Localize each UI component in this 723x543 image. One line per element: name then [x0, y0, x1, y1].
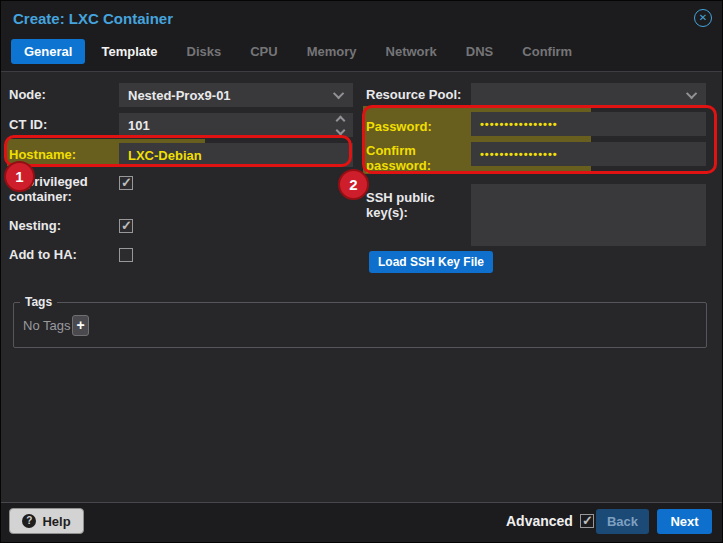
password-input[interactable]: •••••••••••••••• — [471, 112, 706, 136]
ct-id-spinner[interactable]: 101 — [119, 113, 353, 137]
password-label: Password: — [366, 119, 432, 134]
question-mark-icon: ? — [22, 514, 36, 528]
confirm-password-label: Confirm password: — [366, 143, 436, 173]
help-button[interactable]: ? Help — [9, 508, 84, 534]
node-label: Node: — [9, 87, 46, 102]
spinner-icons[interactable] — [337, 117, 344, 134]
annotation-step-2: 2 — [338, 169, 369, 200]
help-label: Help — [42, 514, 70, 529]
tab-memory[interactable]: Memory — [294, 39, 370, 64]
unprivileged-checkbox[interactable] — [119, 176, 133, 190]
chevron-down-icon — [686, 88, 697, 99]
tab-dns[interactable]: DNS — [453, 39, 506, 64]
hostname-value: LXC-Debian — [128, 148, 344, 163]
node-value: Nested-Prox9-01 — [128, 88, 336, 103]
no-tags-text: No Tags — [23, 318, 70, 333]
resource-pool-dropdown[interactable] — [471, 83, 706, 107]
add-tag-button[interactable]: + — [72, 315, 89, 336]
add-to-ha-label: Add to HA: — [9, 247, 77, 262]
back-button[interactable]: Back — [596, 509, 649, 534]
tab-disks[interactable]: Disks — [174, 39, 235, 64]
create-lxc-dialog: Create: LXC Container ✕ General Template… — [0, 0, 723, 543]
tab-confirm[interactable]: Confirm — [509, 39, 585, 64]
nesting-checkbox[interactable] — [119, 219, 133, 233]
tab-template[interactable]: Template — [88, 39, 170, 64]
dialog-title: Create: LXC Container — [13, 10, 173, 27]
tab-network[interactable]: Network — [373, 39, 450, 64]
hostname-label: Hostname: — [9, 147, 76, 162]
node-dropdown[interactable]: Nested-Prox9-01 — [119, 83, 353, 107]
advanced-label: Advanced — [506, 513, 573, 529]
next-button[interactable]: Next — [657, 509, 712, 534]
tab-bar: General Template Disks CPU Memory Networ… — [11, 39, 588, 64]
confirm-password-masked-value: •••••••••••••••• — [480, 148, 558, 160]
confirm-password-input[interactable]: •••••••••••••••• — [471, 142, 706, 166]
password-masked-value: •••••••••••••••• — [480, 118, 558, 130]
ct-id-label: CT ID: — [9, 117, 47, 132]
load-ssh-key-button[interactable]: Load SSH Key File — [369, 251, 493, 273]
tab-cpu[interactable]: CPU — [237, 39, 290, 64]
dialog-header: Create: LXC Container ✕ General Template… — [1, 1, 722, 71]
advanced-checkbox[interactable] — [580, 514, 594, 528]
ct-id-value: 101 — [128, 118, 337, 133]
dialog-footer: ? Help Advanced Back Next — [1, 502, 722, 542]
ssh-keys-label: SSH public key(s): — [366, 190, 446, 220]
unprivileged-label: Unprivileged container: — [9, 174, 101, 204]
nesting-label: Nesting: — [9, 218, 61, 233]
form-body: Node: Nested-Prox9-01 CT ID: 101 Hostnam… — [1, 71, 722, 504]
advanced-toggle: Advanced — [506, 513, 594, 529]
add-to-ha-checkbox[interactable] — [119, 248, 133, 262]
tags-fieldset: Tags No Tags + — [13, 302, 707, 348]
tab-general[interactable]: General — [11, 39, 85, 64]
tags-legend: Tags — [20, 295, 57, 309]
ssh-keys-textarea[interactable] — [471, 184, 706, 246]
close-icon[interactable]: ✕ — [694, 9, 712, 27]
hostname-input[interactable]: LXC-Debian — [119, 143, 353, 167]
resource-pool-label: Resource Pool: — [366, 87, 461, 102]
